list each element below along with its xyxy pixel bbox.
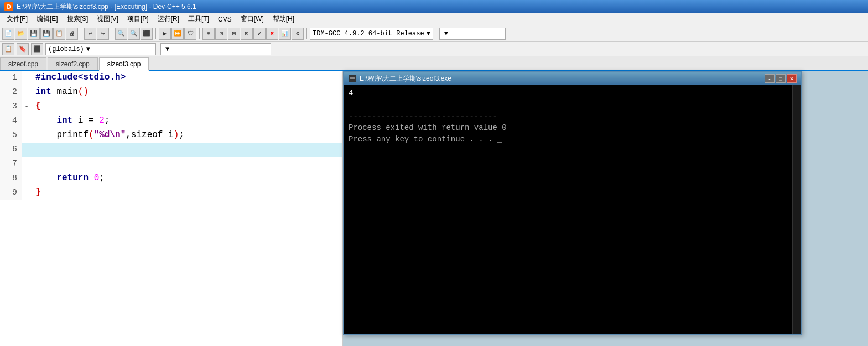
scope2-arrow: ▼	[165, 45, 169, 53]
line-num-5: 5	[0, 128, 22, 143]
menu-view[interactable]: 视图[V]	[92, 13, 123, 25]
terminal-line-2: --------------------------------	[349, 111, 786, 122]
title-text: E:\程序\大二上学期\sizeof3.cpp - [Executing] - …	[17, 2, 196, 12]
menu-cvs[interactable]: CVS	[214, 14, 236, 24]
menu-run[interactable]: 运行[R]	[153, 13, 184, 25]
svg-rect-1	[350, 77, 355, 78]
tab-sizeof2[interactable]: sizeof2.cpp	[48, 57, 98, 70]
app-icon: D	[4, 2, 13, 11]
save-all-button[interactable]: 💾	[40, 28, 53, 40]
redo-button[interactable]: ↪	[97, 28, 109, 40]
svg-rect-2	[350, 78, 355, 79]
terminal-close-button[interactable]: ✕	[787, 74, 797, 83]
terminal-icon	[349, 75, 356, 82]
terminal-line-4: Press any key to continue . . . _	[349, 134, 786, 145]
menu-help[interactable]: 帮助[H]	[268, 13, 299, 25]
line-content-4: int i = 2;	[31, 114, 110, 128]
extra-arrow: ▼	[444, 30, 448, 38]
compiler-dropdown[interactable]: TDM-GCC 4.9.2 64-bit Release ▼	[310, 28, 433, 40]
chart-btn[interactable]: 📊	[279, 28, 291, 40]
open-button[interactable]: 📂	[15, 28, 27, 40]
code-line-6: 6	[0, 143, 342, 157]
terminal-minimize-button[interactable]: -	[765, 74, 775, 83]
layout-btn3[interactable]: ⊟	[228, 28, 240, 40]
svg-rect-3	[350, 80, 353, 80]
line-num-4: 4	[0, 114, 22, 128]
find-button[interactable]: 🔍	[115, 28, 127, 40]
line-marker-2	[22, 85, 31, 99]
menu-edit[interactable]: 编辑[E]	[32, 13, 63, 25]
layout-btn4[interactable]: ⊠	[241, 28, 253, 40]
terminal-maximize-button[interactable]: □	[776, 74, 786, 83]
line-content-8: return 0;	[31, 171, 105, 186]
line-content-7	[31, 157, 35, 171]
toolbar-file-group: 📄 📂 💾 💾 📋 🖨	[2, 28, 78, 40]
undo-button[interactable]: ↩	[84, 28, 96, 40]
print-button[interactable]: 🖨	[66, 28, 78, 40]
terminal-scrollbar[interactable]	[792, 85, 801, 334]
menu-search[interactable]: 搜索[S]	[63, 13, 93, 25]
line-num-8: 8	[0, 171, 22, 186]
scope-label: (globals)	[48, 45, 84, 53]
close-button[interactable]: 📋	[53, 28, 65, 40]
layout-btn2[interactable]: ⊡	[215, 28, 227, 40]
compiler-label: TDM-GCC 4.9.2 64-bit Release	[313, 30, 424, 38]
code-editor[interactable]: 1 #include<stdio.h> 2 int main() 3 - {	[0, 71, 343, 346]
toolbar-main: 📄 📂 💾 💾 📋 🖨 ↩ ↪ 🔍 🔍 ⬛ ▶ ⏩ 🛡 ⊞ ⊡ ⊟ ⊠ ✔ ✖ …	[0, 25, 868, 42]
menu-project[interactable]: 项目[P]	[123, 13, 153, 25]
line-num-7: 7	[0, 157, 22, 171]
main-area: 1 #include<stdio.h> 2 int main() 3 - {	[0, 71, 868, 346]
scope-dropdown2[interactable]: ▼	[160, 43, 271, 55]
line-content-3: {	[31, 99, 41, 114]
debug-btn2[interactable]: ⏩	[171, 28, 184, 40]
toolbar-scope: 📋 🔖 ⬛ (globals) ▼ ▼	[0, 42, 868, 56]
line-content-6	[31, 143, 35, 157]
separator-5	[306, 28, 307, 39]
toolbar-layout-group: ⊞ ⊡ ⊟ ⊠ ✔ ✖ 📊 ⚙	[202, 28, 304, 40]
code-line-4: 4 int i = 2;	[0, 114, 342, 128]
menu-file[interactable]: 文件[F]	[2, 13, 32, 25]
line-marker-1	[22, 71, 31, 85]
scope-btn2[interactable]: 🔖	[17, 43, 29, 55]
save-button[interactable]: 💾	[28, 28, 40, 40]
scope-btn1[interactable]: 📋	[2, 43, 14, 55]
menu-bar: 文件[F] 编辑[E] 搜索[S] 视图[V] 项目[P] 运行[R] 工具[T…	[0, 13, 868, 25]
toolbar-edit-group: ↩ ↪	[84, 28, 109, 40]
line-marker-6	[22, 143, 31, 157]
code-line-5: 5 printf("%d\n",sizeof i);	[0, 128, 342, 143]
stop-btn[interactable]: ✖	[266, 28, 278, 40]
scope-btn3[interactable]: ⬛	[31, 43, 43, 55]
line-content-2: int main()	[31, 85, 89, 99]
menu-window[interactable]: 窗口[W]	[236, 13, 268, 25]
tab-sizeof3[interactable]: sizeof3.cpp	[99, 57, 149, 71]
code-line-8: 8 return 0;	[0, 171, 342, 186]
tab-sizeof[interactable]: sizeof.cpp	[0, 57, 46, 70]
terminal-title-bar: E:\程序\大二上学期\sizeof3.exe - □ ✕	[344, 72, 801, 85]
line-marker-4	[22, 114, 31, 128]
extra-dropdown[interactable]: ▼	[439, 28, 506, 40]
terminal-title-left: E:\程序\大二上学期\sizeof3.exe	[349, 74, 451, 83]
terminal-controls: - □ ✕	[765, 74, 797, 83]
line-marker-5	[22, 128, 31, 143]
menu-tools[interactable]: 工具[T]	[184, 13, 214, 25]
settings-btn[interactable]: ⚙	[292, 28, 304, 40]
debug-btn3[interactable]: 🛡	[184, 28, 196, 40]
layout-btn1[interactable]: ⊞	[202, 28, 215, 40]
check-btn[interactable]: ✔	[253, 28, 266, 40]
scope-dropdown[interactable]: (globals) ▼	[45, 43, 156, 55]
code-line-3: 3 - {	[0, 99, 342, 114]
terminal-output: 4 -------------------------------- Proce…	[349, 87, 797, 145]
code-line-7: 7	[0, 157, 342, 171]
terminal-title-text: E:\程序\大二上学期\sizeof3.exe	[360, 74, 451, 83]
terminal-line-1	[349, 99, 786, 111]
replace-button[interactable]: 🔍	[128, 28, 140, 40]
title-bar: D E:\程序\大二上学期\sizeof3.cpp - [Executing] …	[0, 0, 868, 13]
toolbar-debug-group: ▶ ⏩ 🛡	[159, 28, 196, 40]
new-button[interactable]: 📄	[2, 28, 14, 40]
goto-button[interactable]: ⬛	[141, 28, 153, 40]
separator-1	[81, 28, 81, 39]
debug-btn1[interactable]: ▶	[159, 28, 171, 40]
line-marker-3: -	[22, 99, 31, 114]
line-marker-8	[22, 171, 31, 186]
code-line-2: 2 int main()	[0, 85, 342, 99]
